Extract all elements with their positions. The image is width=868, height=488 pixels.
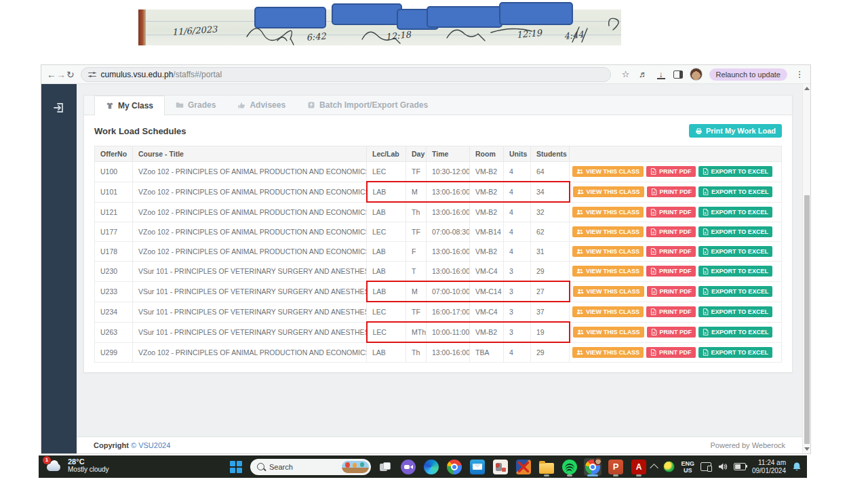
view-this-class-button[interactable]: VIEW THIS CLASS xyxy=(572,166,644,177)
address-bar[interactable]: cumulus.vsu.edu.ph/staffs#/portal xyxy=(81,67,611,82)
print-pdf-button[interactable]: PRINT PDF xyxy=(647,327,696,338)
view-this-class-button[interactable]: VIEW THIS CLASS xyxy=(572,306,644,317)
video-call-app-button[interactable] xyxy=(399,458,417,476)
export-to-excel-button[interactable]: EXPORT TO EXCEL xyxy=(698,286,772,297)
cell-students: 29 xyxy=(531,262,570,282)
print-my-work-load-button[interactable]: Print My Work Load xyxy=(689,124,782,138)
print-pdf-button[interactable]: PRINT PDF xyxy=(647,186,696,197)
profile-avatar[interactable] xyxy=(690,68,703,81)
spotify-button[interactable] xyxy=(561,458,578,476)
excel-file-icon xyxy=(703,349,709,356)
view-this-class-button[interactable]: VIEW THIS CLASS xyxy=(572,207,644,218)
print-pdf-button[interactable]: PRINT PDF xyxy=(646,306,696,317)
taskbar-search-box[interactable]: Search xyxy=(250,459,371,475)
row-actions: VIEW THIS CLASSPRINT PDFEXPORT TO EXCEL xyxy=(570,162,782,182)
cell-course_title: VSur 101 - PRINCIPLES OF VETERINARY SURG… xyxy=(133,302,367,322)
export-to-excel-button[interactable]: EXPORT TO EXCEL xyxy=(698,246,772,257)
reload-icon[interactable]: ↻ xyxy=(66,69,75,80)
view-this-class-button[interactable]: VIEW THIS CLASS xyxy=(572,246,644,257)
battery-icon[interactable] xyxy=(734,463,746,470)
app-button-2[interactable] xyxy=(515,458,532,476)
button-label: PRINT PDF xyxy=(659,268,692,274)
app-button-1[interactable] xyxy=(492,458,509,476)
tab-advisees[interactable]: Advisees xyxy=(226,96,296,115)
volume-icon[interactable] xyxy=(717,462,728,471)
bookmark-star-icon[interactable]: ☆ xyxy=(620,69,631,79)
relaunch-to-update-button[interactable]: Relaunch to update xyxy=(709,68,787,81)
cell-lec_lab: LAB xyxy=(367,242,406,262)
cast-icon[interactable] xyxy=(701,462,711,471)
excel-file-icon xyxy=(703,248,709,255)
view-this-class-button[interactable]: VIEW THIS CLASS xyxy=(573,286,644,297)
clock[interactable]: 11:24 am 09/01/2024 xyxy=(752,459,786,475)
tray-expand-chevron-icon[interactable] xyxy=(650,464,659,472)
view-this-class-button[interactable]: VIEW THIS CLASS xyxy=(573,186,644,197)
language-indicator[interactable]: ENG US xyxy=(681,460,694,474)
print-pdf-button[interactable]: PRINT PDF xyxy=(646,207,696,218)
acrobat-icon: A xyxy=(631,460,646,474)
edge-button[interactable] xyxy=(422,458,440,476)
table-row: U178VZoo 102 - PRINCIPLES OF ANIMAL PROD… xyxy=(95,242,782,262)
button-label: EXPORT TO EXCEL xyxy=(711,209,768,216)
side-panel-icon[interactable] xyxy=(673,70,683,79)
export-to-excel-button[interactable]: EXPORT TO EXCEL xyxy=(698,266,772,277)
copyright-link[interactable]: © VSU2024 xyxy=(131,441,170,449)
export-to-excel-button[interactable]: EXPORT TO EXCEL xyxy=(698,347,772,358)
export-to-excel-button[interactable]: EXPORT TO EXCEL xyxy=(698,207,772,218)
print-pdf-button[interactable]: PRINT PDF xyxy=(646,347,696,358)
print-pdf-button[interactable]: PRINT PDF xyxy=(646,266,696,277)
view-this-class-button[interactable]: VIEW THIS CLASS xyxy=(572,226,644,237)
menu-kebab-icon[interactable]: ⋮ xyxy=(794,69,805,79)
pdf-file-icon xyxy=(651,329,657,336)
scrollbar-thumb[interactable] xyxy=(804,195,810,444)
table-row: U233VSur 101 - PRINCIPLES OF VETERINARY … xyxy=(95,281,782,302)
tab-my-class[interactable]: My Class xyxy=(94,96,165,115)
browser-scrollbar[interactable] xyxy=(802,84,810,453)
site-settings-icon[interactable] xyxy=(88,71,96,78)
chrome-button[interactable] xyxy=(446,458,463,476)
powered-by: Powered by Weberock xyxy=(711,441,785,449)
print-pdf-button[interactable]: PRINT PDF xyxy=(646,246,696,257)
cell-students: 32 xyxy=(531,202,570,222)
media-controls-icon[interactable]: ♬ xyxy=(638,69,649,79)
print-pdf-button[interactable]: PRINT PDF xyxy=(647,286,696,297)
cell-units: 4 xyxy=(504,342,531,363)
export-to-excel-button[interactable]: EXPORT TO EXCEL xyxy=(698,166,772,177)
page-title: Work Load Schedules xyxy=(94,126,186,136)
view-this-class-button[interactable]: VIEW THIS CLASS xyxy=(573,327,644,338)
tab-grades[interactable]: Grades xyxy=(165,96,226,115)
chrome-active-window-button[interactable] xyxy=(584,458,601,476)
mail-button[interactable] xyxy=(469,458,486,476)
notification-bell-icon[interactable] xyxy=(792,462,802,472)
logout-icon[interactable] xyxy=(53,102,65,114)
url-text[interactable]: cumulus.vsu.edu.ph/staffs#/portal xyxy=(101,70,222,79)
button-label: EXPORT TO EXCEL xyxy=(711,228,768,235)
acrobat-button[interactable]: A xyxy=(630,458,648,476)
view-this-class-button[interactable]: VIEW THIS CLASS xyxy=(572,347,644,358)
scroll-up-arrow-icon[interactable] xyxy=(804,87,810,90)
file-explorer-button[interactable] xyxy=(538,458,555,476)
print-pdf-button[interactable]: PRINT PDF xyxy=(646,226,696,237)
start-button[interactable] xyxy=(227,458,245,476)
export-to-excel-button[interactable]: EXPORT TO EXCEL xyxy=(698,327,772,338)
back-icon[interactable]: ← xyxy=(47,69,56,80)
tab-batch-import-export[interactable]: Batch Import/Export Grades xyxy=(296,96,439,115)
scroll-down-arrow-icon[interactable] xyxy=(804,447,810,451)
cell-lec_lab: LEC xyxy=(367,162,406,182)
tray-app-icon[interactable] xyxy=(663,461,675,472)
downloads-icon[interactable]: ↓ xyxy=(656,71,667,78)
export-to-excel-button[interactable]: EXPORT TO EXCEL xyxy=(698,186,772,197)
excel-file-icon xyxy=(703,288,709,295)
weather-widget[interactable]: 1 28°C Mostly cloudy xyxy=(45,458,109,474)
header-day: Day xyxy=(406,146,427,162)
cell-room: TBA xyxy=(470,342,504,363)
powerpoint-button[interactable]: P xyxy=(607,458,625,476)
task-view-button[interactable] xyxy=(376,458,394,476)
print-pdf-button[interactable]: PRINT PDF xyxy=(646,166,696,177)
mail-icon xyxy=(470,460,485,474)
forward-icon[interactable]: → xyxy=(56,69,66,80)
export-to-excel-button[interactable]: EXPORT TO EXCEL xyxy=(698,306,772,317)
export-to-excel-button[interactable]: EXPORT TO EXCEL xyxy=(698,226,772,237)
view-this-class-button[interactable]: VIEW THIS CLASS xyxy=(572,266,644,277)
header-offerno: OfferNo xyxy=(95,146,133,162)
